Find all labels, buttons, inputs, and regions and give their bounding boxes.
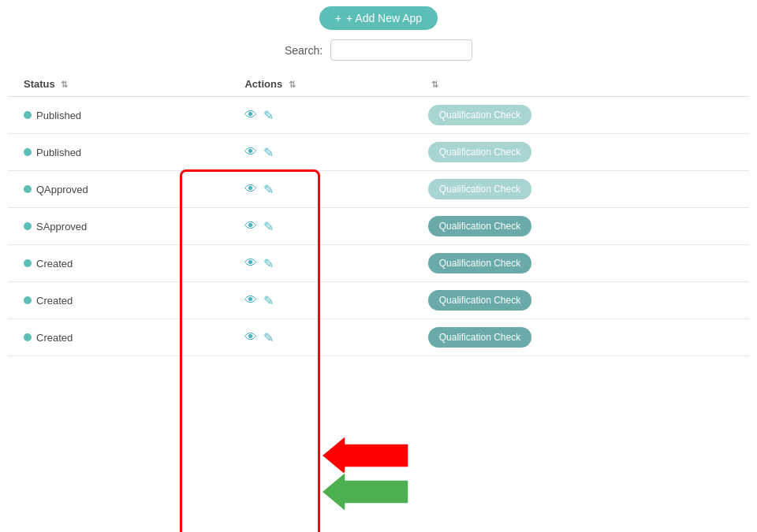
actions-cell: 👁 ✎ xyxy=(237,97,420,134)
actions-cell: 👁 ✎ xyxy=(237,319,420,356)
status-cell: Created xyxy=(16,245,237,282)
status-sort-icon: ⇅ xyxy=(61,80,68,90)
table-row: Created 👁 ✎ Qualification Check xyxy=(8,282,749,319)
actions-sort-icon: ⇅ xyxy=(289,80,296,90)
col-left-header xyxy=(8,72,16,97)
top-bar: + + Add New App xyxy=(0,0,757,39)
status-label: SApproved xyxy=(36,221,87,233)
edit-icon[interactable]: ✎ xyxy=(263,256,274,271)
qual-check-button[interactable]: Qualification Check xyxy=(428,290,531,311)
table-row: Created 👁 ✎ Qualification Check xyxy=(8,245,749,282)
qual-check-cell: Qualification Check xyxy=(420,245,749,282)
edit-icon[interactable]: ✎ xyxy=(263,330,274,345)
edit-icon[interactable]: ✎ xyxy=(263,293,274,308)
status-label: Published xyxy=(36,147,81,158)
edit-icon[interactable]: ✎ xyxy=(263,182,274,197)
status-label: Created xyxy=(36,295,73,307)
red-arrow xyxy=(322,436,408,475)
search-input[interactable] xyxy=(330,39,472,61)
qual-check-cell: Qualification Check xyxy=(420,171,749,208)
edit-icon[interactable]: ✎ xyxy=(263,219,274,234)
actions-cell: 👁 ✎ xyxy=(237,208,420,245)
qual-check-button[interactable]: Qualification Check xyxy=(428,327,531,348)
actions-cell: 👁 ✎ xyxy=(237,245,420,282)
view-icon[interactable]: 👁 xyxy=(244,330,257,344)
status-dot xyxy=(24,222,32,230)
status-dot xyxy=(24,148,32,156)
table-row: QApproved 👁 ✎ Qualification Check xyxy=(8,171,749,208)
status-label: Created xyxy=(36,258,73,270)
status-dot xyxy=(24,333,32,341)
status-cell: Created xyxy=(16,319,237,356)
col-left-cell xyxy=(8,208,16,245)
view-icon[interactable]: 👁 xyxy=(244,293,257,307)
qual-check-button[interactable]: Qualification Check xyxy=(428,216,531,236)
svg-marker-0 xyxy=(322,436,408,475)
col-left-cell xyxy=(8,97,16,134)
status-cell: Created xyxy=(16,282,237,319)
status-cell: Published xyxy=(16,97,237,134)
status-label: Published xyxy=(36,110,81,121)
status-label: Created xyxy=(36,332,73,344)
table-row: Published 👁 ✎ Qualification Check xyxy=(8,134,749,171)
search-label: Search: xyxy=(285,44,323,57)
qual-sort-icon: ⇅ xyxy=(431,80,438,90)
edit-icon[interactable]: ✎ xyxy=(263,145,274,160)
qual-check-button[interactable]: Qualification Check xyxy=(428,253,531,273)
col-left-cell xyxy=(8,319,16,356)
actions-header-label: Actions xyxy=(244,78,282,90)
actions-cell: 👁 ✎ xyxy=(237,171,420,208)
status-dot xyxy=(24,259,32,267)
col-left-cell xyxy=(8,171,16,208)
table-header-row: Status ⇅ Actions ⇅ ⇅ xyxy=(8,72,749,97)
col-left-cell xyxy=(8,282,16,319)
qual-check-cell: Qualification Check xyxy=(420,208,749,245)
view-icon[interactable]: 👁 xyxy=(244,182,257,196)
green-arrow xyxy=(322,472,408,512)
status-dot xyxy=(24,296,32,304)
table-row: Published 👁 ✎ Qualification Check xyxy=(8,97,749,134)
edit-icon[interactable]: ✎ xyxy=(263,108,274,123)
qual-check-button[interactable]: Qualification Check xyxy=(428,142,531,162)
qual-check-button[interactable]: Qualification Check xyxy=(428,179,531,199)
col-status-header[interactable]: Status ⇅ xyxy=(16,72,237,97)
svg-marker-1 xyxy=(322,472,408,512)
col-left-cell xyxy=(8,134,16,171)
col-actions-header[interactable]: Actions ⇅ xyxy=(237,72,420,97)
plus-icon: + xyxy=(335,12,341,24)
col-qual-header[interactable]: ⇅ xyxy=(420,72,749,97)
col-left-cell xyxy=(8,245,16,282)
status-cell: QApproved xyxy=(16,171,237,208)
table-wrapper: Status ⇅ Actions ⇅ ⇅ Published 👁 ✎ xyxy=(0,72,757,356)
qual-check-button[interactable]: Qualification Check xyxy=(428,105,531,125)
add-new-app-button[interactable]: + + Add New App xyxy=(319,6,438,30)
table-row: SApproved 👁 ✎ Qualification Check xyxy=(8,208,749,245)
status-label: QApproved xyxy=(36,184,88,195)
view-icon[interactable]: 👁 xyxy=(244,219,257,233)
view-icon[interactable]: 👁 xyxy=(244,108,257,122)
actions-cell: 👁 ✎ xyxy=(237,282,420,319)
main-table: Status ⇅ Actions ⇅ ⇅ Published 👁 ✎ xyxy=(8,72,749,356)
table-row: Created 👁 ✎ Qualification Check xyxy=(8,319,749,356)
status-cell: SApproved xyxy=(16,208,237,245)
qual-check-cell: Qualification Check xyxy=(420,134,749,171)
qual-check-cell: Qualification Check xyxy=(420,282,749,319)
status-header-label: Status xyxy=(24,78,55,90)
status-dot xyxy=(24,111,32,119)
qual-check-cell: Qualification Check xyxy=(420,97,749,134)
add-new-app-label: + Add New App xyxy=(346,12,422,24)
actions-cell: 👁 ✎ xyxy=(237,134,420,171)
view-icon[interactable]: 👁 xyxy=(244,145,257,159)
view-icon[interactable]: 👁 xyxy=(244,256,257,270)
search-bar: Search: xyxy=(0,39,757,72)
status-dot xyxy=(24,185,32,193)
qual-check-cell: Qualification Check xyxy=(420,319,749,356)
status-cell: Published xyxy=(16,134,237,171)
